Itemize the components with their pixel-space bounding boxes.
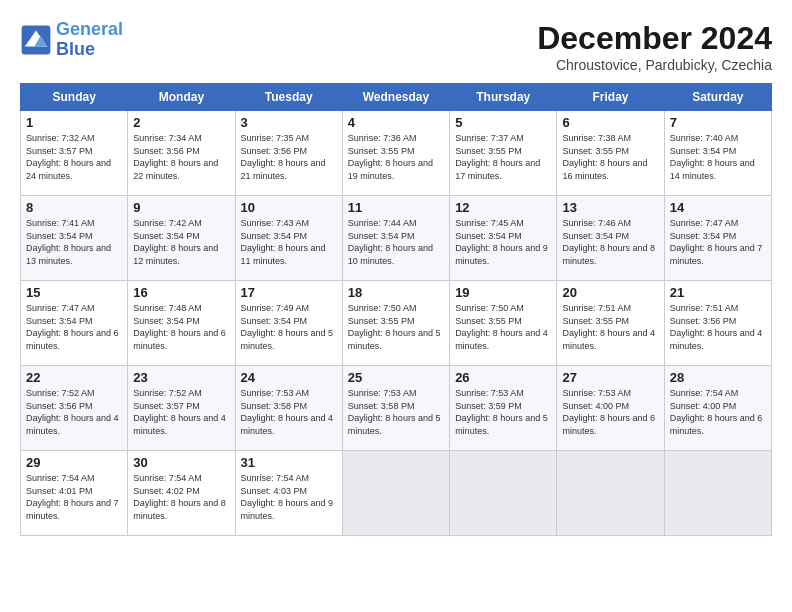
day-info: Sunrise: 7:50 AM Sunset: 3:55 PM Dayligh… [455,302,551,352]
day-info: Sunrise: 7:54 AM Sunset: 4:01 PM Dayligh… [26,472,122,522]
title-section: December 2024 Chroustovice, Pardubicky, … [537,20,772,73]
day-number: 21 [670,285,766,300]
col-monday: Monday [128,84,235,111]
table-row: 10 Sunrise: 7:43 AM Sunset: 3:54 PM Dayl… [235,196,342,281]
table-row [557,451,664,536]
day-info: Sunrise: 7:53 AM Sunset: 3:58 PM Dayligh… [241,387,337,437]
day-info: Sunrise: 7:50 AM Sunset: 3:55 PM Dayligh… [348,302,444,352]
day-info: Sunrise: 7:35 AM Sunset: 3:56 PM Dayligh… [241,132,337,182]
table-row: 12 Sunrise: 7:45 AM Sunset: 3:54 PM Dayl… [450,196,557,281]
table-row: 17 Sunrise: 7:49 AM Sunset: 3:54 PM Dayl… [235,281,342,366]
table-row: 14 Sunrise: 7:47 AM Sunset: 3:54 PM Dayl… [664,196,771,281]
calendar-header-row: Sunday Monday Tuesday Wednesday Thursday… [21,84,772,111]
day-number: 3 [241,115,337,130]
table-row: 20 Sunrise: 7:51 AM Sunset: 3:55 PM Dayl… [557,281,664,366]
logo: General Blue [20,20,123,60]
calendar-week-row: 8 Sunrise: 7:41 AM Sunset: 3:54 PM Dayli… [21,196,772,281]
table-row: 26 Sunrise: 7:53 AM Sunset: 3:59 PM Dayl… [450,366,557,451]
col-tuesday: Tuesday [235,84,342,111]
table-row: 5 Sunrise: 7:37 AM Sunset: 3:55 PM Dayli… [450,111,557,196]
location-title: Chroustovice, Pardubicky, Czechia [537,57,772,73]
day-info: Sunrise: 7:53 AM Sunset: 4:00 PM Dayligh… [562,387,658,437]
col-thursday: Thursday [450,84,557,111]
day-info: Sunrise: 7:47 AM Sunset: 3:54 PM Dayligh… [670,217,766,267]
day-info: Sunrise: 7:37 AM Sunset: 3:55 PM Dayligh… [455,132,551,182]
day-number: 17 [241,285,337,300]
table-row: 28 Sunrise: 7:54 AM Sunset: 4:00 PM Dayl… [664,366,771,451]
day-number: 8 [26,200,122,215]
day-info: Sunrise: 7:41 AM Sunset: 3:54 PM Dayligh… [26,217,122,267]
day-info: Sunrise: 7:52 AM Sunset: 3:56 PM Dayligh… [26,387,122,437]
table-row: 25 Sunrise: 7:53 AM Sunset: 3:58 PM Dayl… [342,366,449,451]
day-number: 11 [348,200,444,215]
day-number: 29 [26,455,122,470]
table-row: 30 Sunrise: 7:54 AM Sunset: 4:02 PM Dayl… [128,451,235,536]
day-number: 13 [562,200,658,215]
day-number: 12 [455,200,551,215]
day-number: 14 [670,200,766,215]
day-number: 26 [455,370,551,385]
table-row: 9 Sunrise: 7:42 AM Sunset: 3:54 PM Dayli… [128,196,235,281]
day-number: 28 [670,370,766,385]
day-info: Sunrise: 7:52 AM Sunset: 3:57 PM Dayligh… [133,387,229,437]
logo-text: General Blue [56,20,123,60]
day-number: 30 [133,455,229,470]
day-info: Sunrise: 7:53 AM Sunset: 3:58 PM Dayligh… [348,387,444,437]
calendar-table: Sunday Monday Tuesday Wednesday Thursday… [20,83,772,536]
day-info: Sunrise: 7:54 AM Sunset: 4:03 PM Dayligh… [241,472,337,522]
day-number: 15 [26,285,122,300]
table-row: 7 Sunrise: 7:40 AM Sunset: 3:54 PM Dayli… [664,111,771,196]
table-row: 21 Sunrise: 7:51 AM Sunset: 3:56 PM Dayl… [664,281,771,366]
day-number: 6 [562,115,658,130]
logo-line1: General [56,19,123,39]
day-number: 7 [670,115,766,130]
day-info: Sunrise: 7:43 AM Sunset: 3:54 PM Dayligh… [241,217,337,267]
table-row: 24 Sunrise: 7:53 AM Sunset: 3:58 PM Dayl… [235,366,342,451]
table-row: 31 Sunrise: 7:54 AM Sunset: 4:03 PM Dayl… [235,451,342,536]
day-number: 20 [562,285,658,300]
table-row: 15 Sunrise: 7:47 AM Sunset: 3:54 PM Dayl… [21,281,128,366]
col-wednesday: Wednesday [342,84,449,111]
day-number: 2 [133,115,229,130]
page-header: General Blue December 2024 Chroustovice,… [20,20,772,73]
day-info: Sunrise: 7:48 AM Sunset: 3:54 PM Dayligh… [133,302,229,352]
day-info: Sunrise: 7:49 AM Sunset: 3:54 PM Dayligh… [241,302,337,352]
table-row: 22 Sunrise: 7:52 AM Sunset: 3:56 PM Dayl… [21,366,128,451]
logo-line2: Blue [56,39,95,59]
day-number: 4 [348,115,444,130]
day-number: 5 [455,115,551,130]
day-number: 23 [133,370,229,385]
day-info: Sunrise: 7:51 AM Sunset: 3:56 PM Dayligh… [670,302,766,352]
day-info: Sunrise: 7:40 AM Sunset: 3:54 PM Dayligh… [670,132,766,182]
day-number: 22 [26,370,122,385]
col-friday: Friday [557,84,664,111]
table-row [342,451,449,536]
table-row: 27 Sunrise: 7:53 AM Sunset: 4:00 PM Dayl… [557,366,664,451]
day-info: Sunrise: 7:32 AM Sunset: 3:57 PM Dayligh… [26,132,122,182]
table-row: 2 Sunrise: 7:34 AM Sunset: 3:56 PM Dayli… [128,111,235,196]
table-row: 29 Sunrise: 7:54 AM Sunset: 4:01 PM Dayl… [21,451,128,536]
day-info: Sunrise: 7:44 AM Sunset: 3:54 PM Dayligh… [348,217,444,267]
table-row: 1 Sunrise: 7:32 AM Sunset: 3:57 PM Dayli… [21,111,128,196]
calendar-week-row: 15 Sunrise: 7:47 AM Sunset: 3:54 PM Dayl… [21,281,772,366]
day-number: 9 [133,200,229,215]
day-number: 27 [562,370,658,385]
table-row [664,451,771,536]
day-number: 18 [348,285,444,300]
table-row: 23 Sunrise: 7:52 AM Sunset: 3:57 PM Dayl… [128,366,235,451]
day-number: 25 [348,370,444,385]
day-info: Sunrise: 7:54 AM Sunset: 4:02 PM Dayligh… [133,472,229,522]
table-row: 19 Sunrise: 7:50 AM Sunset: 3:55 PM Dayl… [450,281,557,366]
day-info: Sunrise: 7:36 AM Sunset: 3:55 PM Dayligh… [348,132,444,182]
month-title: December 2024 [537,20,772,57]
day-number: 19 [455,285,551,300]
day-info: Sunrise: 7:51 AM Sunset: 3:55 PM Dayligh… [562,302,658,352]
day-info: Sunrise: 7:47 AM Sunset: 3:54 PM Dayligh… [26,302,122,352]
col-sunday: Sunday [21,84,128,111]
day-info: Sunrise: 7:45 AM Sunset: 3:54 PM Dayligh… [455,217,551,267]
col-saturday: Saturday [664,84,771,111]
day-info: Sunrise: 7:54 AM Sunset: 4:00 PM Dayligh… [670,387,766,437]
table-row: 4 Sunrise: 7:36 AM Sunset: 3:55 PM Dayli… [342,111,449,196]
table-row: 6 Sunrise: 7:38 AM Sunset: 3:55 PM Dayli… [557,111,664,196]
day-number: 10 [241,200,337,215]
